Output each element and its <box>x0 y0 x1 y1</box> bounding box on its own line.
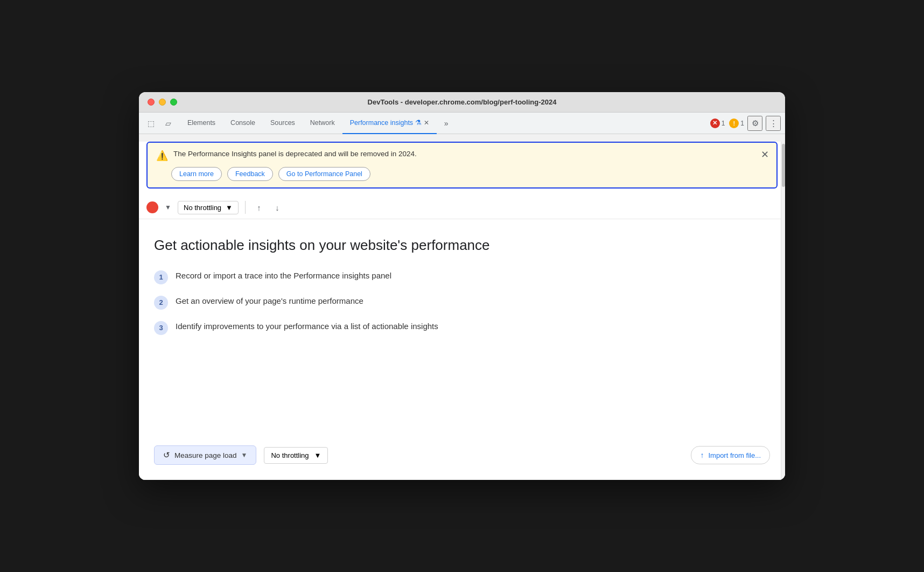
tab-performance-insights[interactable]: Performance insights ⚗ ✕ <box>342 113 437 134</box>
feedback-button[interactable]: Feedback <box>227 167 273 181</box>
warn-badge: ! 1 <box>729 118 744 128</box>
steps-list: 1 Record or import a trace into the Perf… <box>154 270 770 335</box>
action-bar: ↺ Measure page load ▼ No throttling ▼ ↑ … <box>139 445 785 480</box>
banner-message: The Performance Insights panel is deprec… <box>173 149 417 159</box>
inspect-element-icon[interactable]: ⬚ <box>143 116 158 131</box>
main-heading: Get actionable insights on your website'… <box>154 236 770 255</box>
main-content: ⚠️ The Performance Insights panel is dep… <box>139 142 785 480</box>
upload-icon[interactable]: ↑ <box>252 200 266 214</box>
step-3: 3 Identify improvements to your performa… <box>154 320 770 335</box>
measure-dropdown-icon: ▼ <box>241 451 248 459</box>
measure-label: Measure page load <box>174 451 237 459</box>
banner-close-button[interactable]: ✕ <box>758 148 771 161</box>
toolbar-separator <box>245 201 246 214</box>
import-from-file-button[interactable]: ↑ Import from file... <box>691 446 770 464</box>
deprecation-banner: ⚠️ The Performance Insights panel is dep… <box>146 142 778 189</box>
close-button[interactable] <box>148 99 155 106</box>
devtools-content: ⚠️ The Performance Insights panel is dep… <box>139 142 785 480</box>
step-text-2: Get an overview of your page's runtime p… <box>176 295 363 308</box>
warn-icon: ! <box>729 118 739 128</box>
learn-more-button[interactable]: Learn more <box>171 167 222 181</box>
import-label: Import from file... <box>708 451 761 459</box>
window-title: DevTools - developer.chrome.com/blog/per… <box>368 98 557 106</box>
record-dropdown-icon[interactable]: ▼ <box>163 202 173 213</box>
tabs-bar: ⬚ ▱ Elements Console Sources Network Per… <box>139 113 785 134</box>
step-text-3: Identify improvements to your performanc… <box>176 320 438 333</box>
action-throttle-select[interactable]: No throttling ▼ <box>264 447 328 464</box>
action-throttle-label: No throttling <box>271 451 309 459</box>
devtools-panel: ⬚ ▱ Elements Console Sources Network Per… <box>139 113 785 480</box>
maximize-button[interactable] <box>170 99 177 106</box>
minimize-button[interactable] <box>159 99 166 106</box>
devtools-window: DevTools - developer.chrome.com/blog/per… <box>139 92 785 480</box>
more-options-icon[interactable]: ⋮ <box>766 116 781 131</box>
scrollbar-thumb[interactable] <box>782 144 785 187</box>
go-to-panel-button[interactable]: Go to Performance Panel <box>278 167 370 181</box>
measure-page-load-button[interactable]: ↺ Measure page load ▼ <box>154 445 256 465</box>
tab-elements[interactable]: Elements <box>180 113 223 134</box>
record-button[interactable] <box>146 201 158 213</box>
tab-icons: ⬚ ▱ <box>143 116 176 131</box>
step-text-1: Record or import a trace into the Perfor… <box>176 270 391 282</box>
more-tabs-icon[interactable]: » <box>439 116 454 131</box>
tab-right-controls: ✕ 1 ! 1 ⚙ ⋮ <box>710 116 781 131</box>
step-1: 1 Record or import a trace into the Perf… <box>154 270 770 284</box>
step-number-3: 3 <box>154 321 168 335</box>
error-badge: ✕ 1 <box>710 118 725 128</box>
error-icon: ✕ <box>710 118 720 128</box>
step-number-2: 2 <box>154 296 168 310</box>
import-icon: ↑ <box>700 451 704 459</box>
tab-sources[interactable]: Sources <box>263 113 303 134</box>
tab-network[interactable]: Network <box>303 113 342 134</box>
traffic-lights <box>148 99 177 106</box>
tab-console[interactable]: Console <box>223 113 263 134</box>
banner-buttons: Learn more Feedback Go to Performance Pa… <box>171 167 768 181</box>
close-tab-icon[interactable]: ✕ <box>424 119 429 127</box>
scrollbar[interactable] <box>781 142 785 480</box>
device-toolbar-icon[interactable]: ▱ <box>160 116 176 131</box>
throttle-dropdown-icon: ▼ <box>226 204 233 212</box>
banner-text-row: ⚠️ The Performance Insights panel is dep… <box>156 149 768 162</box>
measure-reload-icon: ↺ <box>163 450 170 460</box>
throttle-select[interactable]: No throttling ▼ <box>178 201 239 214</box>
download-icon[interactable]: ↓ <box>270 200 284 214</box>
throttle-label: No throttling <box>184 204 221 212</box>
content-area: Get actionable insights on your website'… <box>139 219 785 445</box>
banner-inner: ⚠️ The Performance Insights panel is dep… <box>156 149 768 181</box>
toolbar-row: ▼ No throttling ▼ ↑ ↓ <box>139 196 785 219</box>
step-number-1: 1 <box>154 270 168 284</box>
title-bar: DevTools - developer.chrome.com/blog/per… <box>139 92 785 113</box>
action-throttle-dropdown-icon: ▼ <box>314 451 321 459</box>
step-2: 2 Get an overview of your page's runtime… <box>154 295 770 310</box>
warning-icon: ⚠️ <box>156 150 168 162</box>
settings-icon[interactable]: ⚙ <box>747 116 762 131</box>
